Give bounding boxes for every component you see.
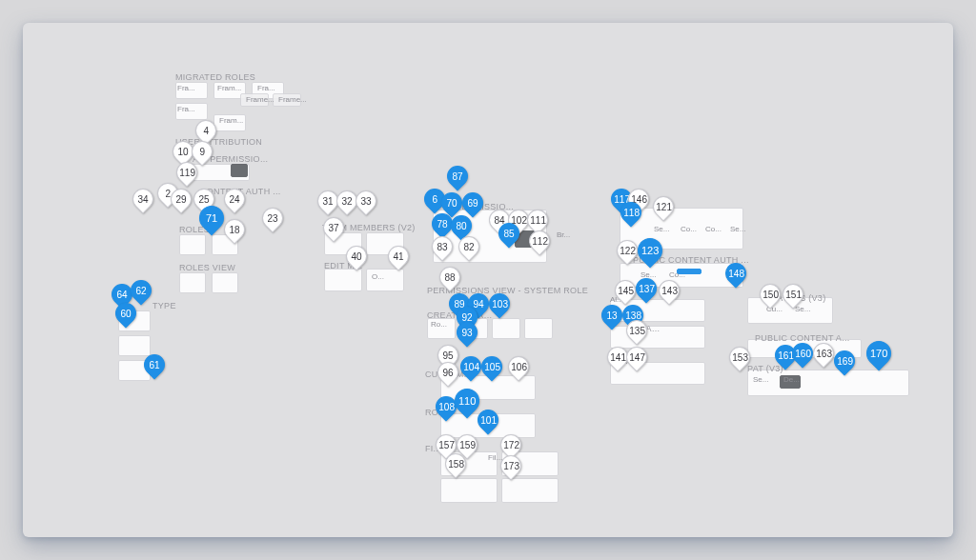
annotation-pin-number: 111 xyxy=(530,215,546,226)
frame-thumbnail[interactable] xyxy=(324,269,362,291)
annotation-pin-number: 60 xyxy=(120,309,131,319)
annotation-pin-number: 9 xyxy=(199,147,205,157)
annotation-pin-number: 122 xyxy=(620,246,636,256)
annotation-pin-number: 88 xyxy=(444,272,455,283)
annotation-pin-number: 23 xyxy=(267,213,277,224)
frame-thumbnail[interactable] xyxy=(179,234,206,255)
annotation-pin-number: 104 xyxy=(463,362,479,372)
frame-sublabel: Se... xyxy=(730,225,745,233)
frame-thumbnail[interactable] xyxy=(179,272,206,293)
annotation-pin-number: 82 xyxy=(463,242,474,252)
annotation-pin-number: 118 xyxy=(623,208,640,218)
annotation-pin-number: 157 xyxy=(438,440,455,450)
annotation-pin-number: 112 xyxy=(532,236,548,247)
annotation-pin-number: 71 xyxy=(206,212,217,224)
annotation-pin-number: 110 xyxy=(458,395,476,407)
annotation-pin-number: 13 xyxy=(606,310,617,321)
frame-thumbnail[interactable] xyxy=(212,272,238,293)
annotation-pin-number: 96 xyxy=(442,368,453,378)
annotation-pin-number: 70 xyxy=(446,198,457,209)
annotation-pin-number: 141 xyxy=(610,352,626,363)
annotation-pin-number: 145 xyxy=(618,286,634,296)
annotation-pin-number: 32 xyxy=(341,196,352,207)
frame-sublabel: Frame... xyxy=(278,95,307,104)
frame-sublabel: Br... xyxy=(557,230,570,239)
annotation-pin-87[interactable]: 87 xyxy=(442,161,472,190)
frame-sublabel: Fra... xyxy=(177,105,195,113)
frame-sublabel: Co... xyxy=(669,270,685,279)
frame-thumbnail[interactable] xyxy=(747,370,909,396)
annotation-pin-number: 121 xyxy=(656,202,672,212)
frame-sublabel: Se... xyxy=(654,225,669,233)
frame-thumbnail[interactable] xyxy=(524,318,553,339)
annotation-pin-number: 172 xyxy=(503,440,519,450)
annotation-pin-number: 151 xyxy=(785,290,802,300)
annotation-pin-number: 87 xyxy=(452,171,462,182)
annotation-pin-number: 101 xyxy=(480,415,497,426)
section-label-migrated-roles: MIGRATED ROLES xyxy=(175,72,255,82)
annotation-pin-88[interactable]: 88 xyxy=(435,262,464,291)
frame-sublabel: Fram... xyxy=(219,116,243,125)
annotation-pin-number: 95 xyxy=(442,350,453,361)
annotation-pin-number: 147 xyxy=(629,352,645,363)
annotation-pin-number: 6 xyxy=(432,194,437,205)
frame-sublabel: Fra... xyxy=(177,84,195,92)
frame-sublabel: O... xyxy=(372,272,384,281)
section-label-type: TYPE xyxy=(152,301,176,310)
annotation-pin-number: 159 xyxy=(459,440,476,450)
annotation-pin-number: 173 xyxy=(503,461,519,471)
frame-thumbnail[interactable] xyxy=(231,164,248,177)
annotation-pin-number: 163 xyxy=(816,349,832,359)
frame-sublabel: De... xyxy=(783,375,800,384)
annotation-pin-number: 153 xyxy=(732,352,748,363)
frame-thumbnail[interactable] xyxy=(118,335,151,356)
annotation-pin-62[interactable]: 62 xyxy=(126,275,155,305)
annotation-pin-number: 33 xyxy=(360,196,371,207)
annotation-pin-23[interactable]: 23 xyxy=(257,203,287,232)
frame-thumbnail[interactable] xyxy=(610,362,705,385)
annotation-pin-number: 83 xyxy=(437,242,447,252)
annotation-pin-number: 85 xyxy=(503,229,514,239)
frame-thumbnail[interactable] xyxy=(610,326,705,349)
annotation-pin-number: 80 xyxy=(456,221,466,231)
frame-sublabel: Ro... xyxy=(431,320,447,329)
annotation-pin-number: 119 xyxy=(179,168,195,178)
annotation-pin-9[interactable]: 9 xyxy=(187,136,216,166)
annotation-pin-number: 64 xyxy=(116,290,127,300)
annotation-pin-34[interactable]: 34 xyxy=(128,184,157,213)
annotation-pin-number: 108 xyxy=(438,402,455,412)
frame-sublabel: Co... xyxy=(705,225,722,233)
annotation-pin-number: 169 xyxy=(837,356,853,367)
annotation-pin-number: 123 xyxy=(641,245,659,256)
frame-thumbnail[interactable] xyxy=(492,318,520,339)
annotation-pin-number: 69 xyxy=(467,198,478,209)
frame-thumbnail[interactable] xyxy=(440,478,498,503)
annotation-pin-number: 29 xyxy=(175,194,186,205)
frame-sublabel: Se... xyxy=(795,305,810,313)
annotation-pin-number: 135 xyxy=(629,326,645,336)
annotation-pin-number: 143 xyxy=(661,286,678,296)
annotation-pin-number: 41 xyxy=(393,251,403,262)
annotation-pin-number: 34 xyxy=(137,194,148,205)
annotation-pin-number: 18 xyxy=(229,225,239,235)
annotation-pin-number: 25 xyxy=(198,194,209,205)
annotation-pin-number: 93 xyxy=(461,328,472,338)
frame-thumbnail[interactable] xyxy=(501,478,559,503)
annotation-pin-number: 78 xyxy=(437,219,447,230)
design-canvas[interactable]: MIGRATED ROLESUSER ATTRIBUTIONAPI PERMIS… xyxy=(23,23,953,537)
annotation-pin-number: 170 xyxy=(870,348,887,359)
annotation-pin-number: 150 xyxy=(762,290,779,300)
annotation-pin-24[interactable]: 24 xyxy=(219,184,249,213)
frame-sublabel: Se... xyxy=(753,375,768,384)
annotation-pin-103[interactable]: 103 xyxy=(484,289,514,318)
annotation-pin-170[interactable]: 170 xyxy=(862,336,897,371)
annotation-pin-number: 158 xyxy=(448,459,464,470)
annotation-pin-number: 106 xyxy=(511,362,527,372)
frame-sublabel: Co... xyxy=(681,225,697,233)
annotation-pin-number: 31 xyxy=(322,196,333,207)
annotation-pin-number: 160 xyxy=(795,349,811,359)
annotation-pin-number: 4 xyxy=(203,126,209,136)
annotation-pin-33[interactable]: 33 xyxy=(351,186,380,215)
annotation-pin-number: 137 xyxy=(639,284,655,294)
annotation-pin-number: 40 xyxy=(351,251,361,262)
